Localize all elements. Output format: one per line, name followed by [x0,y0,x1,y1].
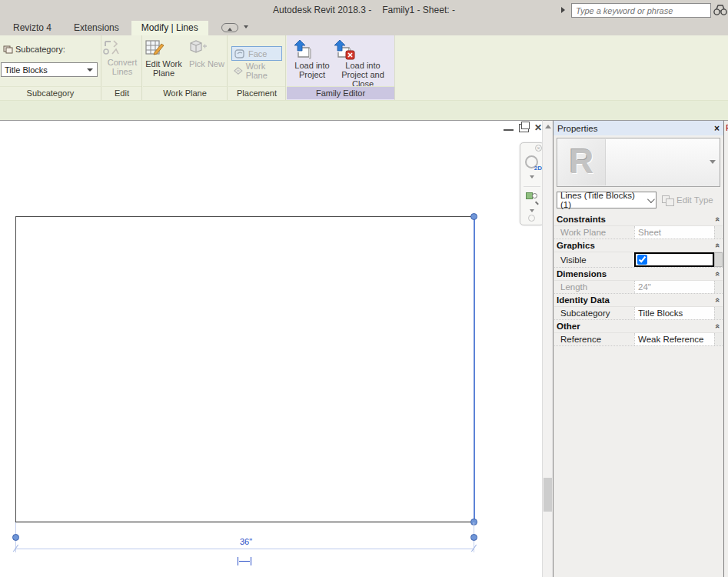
collapse-chevron-icon[interactable]: « [713,217,723,222]
properties-close-icon[interactable]: × [714,123,720,134]
prop-label: Subcategory [554,307,634,319]
scrollbar-thumb[interactable] [544,478,552,512]
prop-value[interactable]: Weak Reference [634,333,714,345]
edit-type-icon [662,195,673,205]
associate-param-button[interactable] [714,333,723,345]
navigation-bar: × 2D [520,142,544,225]
edit-type-button[interactable]: Edit Type [660,192,720,208]
edit-type-label: Edit Type [676,195,713,205]
prop-group-dimensions[interactable]: Dimensions « [554,268,723,281]
panel-placement: Face Work Plane Placement [228,35,286,100]
subcategory-caption: Subcategory: [3,45,65,54]
group-name: Identity Data [557,295,716,305]
properties-title: Properties [557,124,714,133]
canvas-vertical-scrollbar[interactable] [542,120,553,577]
tab-revizto-4[interactable]: Revizto 4 [3,21,61,35]
collapse-chevron-icon[interactable]: « [713,298,723,302]
search-binoculars-icon[interactable] [713,4,727,16]
prop-value-visible[interactable] [634,252,714,267]
edit-work-plane-button[interactable]: Edit Work Plane [143,37,184,85]
make-dimension-permanent-icon[interactable] [238,557,251,565]
ribbon-minimize-button[interactable] [221,23,238,32]
navigation-bar-close-icon[interactable]: × [535,145,542,152]
title-bar: Autodesk Revit 2018.3 -Family1 - Sheet: … [0,0,728,21]
scrollbar-up-arrow-icon[interactable] [545,125,551,128]
search-input[interactable] [571,3,711,18]
pick-new-button[interactable]: Pick New [186,37,228,85]
face-button[interactable]: Face [231,46,282,61]
collapse-chevron-icon[interactable]: « [713,272,723,276]
witness-drag-dot-left[interactable] [12,534,19,541]
prop-value[interactable]: Title Blocks [634,307,714,319]
group-name: Dimensions [557,269,716,278]
prop-row-visible: Visible [554,252,723,268]
prop-group-identity-data[interactable]: Identity Data « [554,294,723,307]
associate-param-button[interactable] [714,307,723,319]
panel-label-subcategory[interactable]: Subcategory [0,86,101,99]
options-bar [0,100,728,120]
drawing-canvas[interactable]: ✕ × 2D 36" [0,120,542,577]
tab-extensions[interactable]: Extensions [64,21,129,35]
witness-drag-dot-right[interactable] [470,534,477,541]
view-close-icon[interactable]: ✕ [534,124,542,132]
associate-param-button[interactable] [714,252,723,267]
element-filter-value: Lines (Title Blocks) (1) [560,191,647,209]
prop-group-constraints[interactable]: Constraints « [554,213,723,226]
family-type-thumbnail: R [558,139,606,185]
magnifier-lens [532,193,537,198]
zoom-options-chevron-icon[interactable] [530,209,534,212]
pick-new-label: Pick New [189,59,224,68]
view-restore-icon[interactable] [519,124,529,132]
prop-value: 24" [634,281,714,293]
load-into-project-and-close-button[interactable]: Load into Project and Close [331,37,394,85]
search-expand-icon[interactable] [561,7,565,13]
prop-value: Sheet [634,226,714,238]
view-window-controls: ✕ [504,124,542,132]
ribbon-minimize-dropdown-icon[interactable] [244,25,248,28]
subcategory-dropdown-value: Title Blocks [2,65,87,75]
prop-label: Length [554,281,634,293]
tab-modify-lines[interactable]: Modify | Lines [131,21,208,35]
placement-work-plane-button[interactable]: Work Plane [231,63,282,78]
collapse-chevron-icon[interactable]: « [713,324,723,329]
panel-edit: Convert Lines Edit [102,35,142,100]
document-title: Family1 - Sheet: - [382,5,455,15]
placement-work-plane-label: Work Plane [246,62,282,80]
docked-panel-sliver: P [723,120,728,577]
load-into-project-button[interactable]: Load into Project [291,37,333,85]
sketch-line-bottom[interactable] [15,522,474,522]
convert-lines-button[interactable]: Convert Lines [101,37,143,85]
prop-label: Work Plane [554,226,634,238]
ribbon-tab-bar: Revizto 4 Extensions Modify | Lines [0,21,728,35]
app-title: Autodesk Revit 2018.3 - [273,5,371,15]
collapse-chevron-icon[interactable]: « [713,243,723,248]
sketch-line-left[interactable] [15,216,16,522]
temporary-dimension-value[interactable]: 36" [208,537,284,546]
element-filter-dropdown[interactable]: Lines (Title Blocks) (1) [557,192,657,208]
panel-label-family-editor[interactable]: Family Editor [287,86,394,99]
navigation-bar-divider [524,186,540,187]
panel-label-placement[interactable]: Placement [228,86,285,99]
properties-header[interactable]: Properties × [553,121,723,135]
view-minimize-icon[interactable] [504,124,514,131]
selection-endpoint-handle-top[interactable] [470,213,477,220]
steering-wheel-icon[interactable]: 2D [525,155,538,168]
magnifier-handle [535,202,539,205]
sketch-line-right-selected[interactable] [474,217,475,522]
face-label: Face [248,49,267,58]
wheel-2d-label: 2D [534,165,542,172]
prop-group-graphics[interactable]: Graphics « [554,239,723,252]
group-name: Graphics [557,241,716,250]
subcategory-dropdown[interactable]: Title Blocks [1,62,98,77]
type-selector-dropdown-icon[interactable] [710,160,716,164]
wheel-options-chevron-icon[interactable] [530,175,534,178]
prop-group-other[interactable]: Other « [554,320,723,333]
visible-checkbox[interactable] [637,255,647,265]
zoom-region-icon[interactable] [526,191,538,203]
ribbon: Subcategory: Title Blocks Subcategory Co… [0,35,728,100]
sketch-line-top[interactable] [15,216,474,217]
revit-logo: R [570,142,594,180]
type-selector[interactable]: R [557,138,720,187]
panel-label-work-plane[interactable]: Work Plane [143,86,227,99]
panel-label-edit[interactable]: Edit [102,86,141,99]
